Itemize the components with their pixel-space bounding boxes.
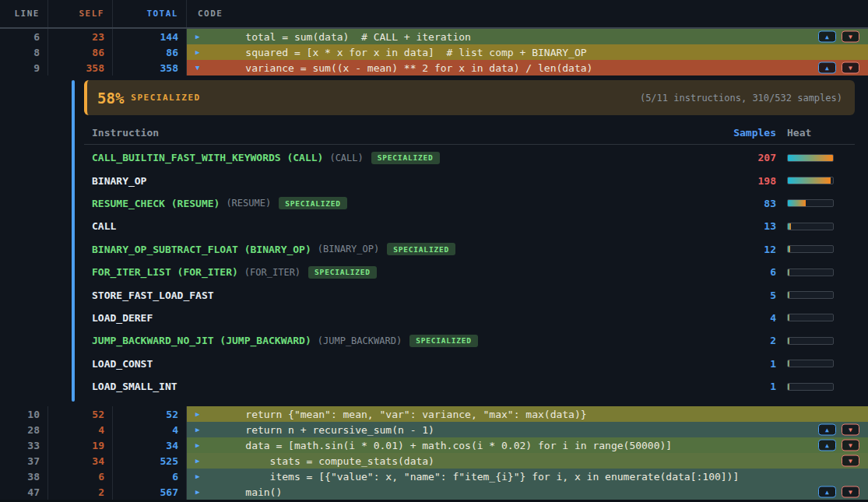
move-up-button[interactable]: ▲ (818, 440, 836, 451)
expand-arrow-icon[interactable]: ▶ (195, 473, 199, 480)
code-text: return n + recursive_sum(n - 1) (221, 424, 434, 436)
expand-arrow-icon[interactable]: ▶ (195, 411, 199, 418)
self-samples: 358 (48, 60, 113, 75)
collapse-arrow-icon[interactable]: ▼ (195, 65, 199, 72)
samples-count: 2 (729, 335, 776, 346)
instruction-rows: CALL_BUILTIN_FAST_WITH_KEYWORDS (CALL)(C… (84, 146, 855, 398)
heat-bar-track (787, 245, 834, 253)
instruction-name: LOAD_CONST (92, 358, 153, 370)
column-header-total: TOTAL (113, 0, 187, 27)
column-header-line: LINE (0, 0, 48, 27)
move-down-button[interactable]: ▼ (842, 455, 859, 467)
instruction-base-name: (BINARY_OP) (318, 244, 379, 255)
line-number: 6 (0, 29, 48, 44)
self-samples: 52 (48, 406, 113, 422)
expand-arrow-icon[interactable]: ▶ (195, 442, 199, 449)
expand-arrow-icon[interactable]: ▶ (195, 33, 199, 40)
expand-arrow-icon[interactable]: ▶ (195, 458, 199, 465)
specialized-badge: SPECIALIZED (409, 335, 478, 347)
instruction-name-cell: BINARY_OP_SUBTRACT_FLOAT (BINARY_OP)(BIN… (84, 243, 729, 255)
total-samples: 567 (113, 484, 187, 500)
expand-arrow-icon[interactable]: ▶ (195, 427, 199, 434)
heat-bar-fill (788, 246, 790, 252)
move-down-button[interactable]: ▼ (842, 424, 859, 436)
move-down-button[interactable]: ▼ (842, 62, 859, 74)
code-text: squared = [x * x for x in data] # list c… (221, 47, 587, 58)
instruction-base-name: (JUMP_BACKWARD) (318, 335, 402, 346)
self-samples: 23 (48, 29, 113, 44)
samples-count: 6 (729, 266, 776, 278)
instruction-row: CALL_BUILTIN_FAST_WITH_KEYWORDS (CALL)(C… (84, 146, 855, 169)
column-header-code: CODE (187, 0, 868, 27)
expand-arrow-icon[interactable]: ▶ (195, 489, 199, 496)
expand-arrow-icon[interactable]: ▶ (195, 49, 199, 56)
heat-bar-fill (788, 269, 789, 276)
code-text: return {"mean": mean, "var": variance, "… (221, 409, 587, 420)
self-samples: 19 (48, 437, 113, 453)
row-buttons: ▲▼ (818, 31, 859, 43)
total-samples: 6 (113, 469, 187, 484)
instruction-name-cell: JUMP_BACKWARD_NO_JIT (JUMP_BACKWARD)(JUM… (84, 335, 729, 347)
instruction-name-cell: LOAD_DEREF (84, 312, 729, 324)
code-rows-top: 623144▶ total = sum(data) # CALL + itera… (0, 29, 868, 75)
code-cell[interactable]: ▶ return n + recursive_sum(n - 1)▲▼ (187, 422, 868, 437)
move-down-button[interactable]: ▼ (842, 31, 859, 43)
instruction-name: CALL (92, 220, 116, 232)
code-line-row: 3734525▶ stats = compute_stats(data)▼ (0, 453, 868, 469)
instruction-row: JUMP_BACKWARD_NO_JIT (JUMP_BACKWARD)(JUM… (84, 329, 855, 352)
move-up-button[interactable]: ▲ (818, 424, 836, 436)
instruction-name: BINARY_OP (92, 175, 146, 187)
code-cell[interactable]: ▶ items = [{"value": x, "name": f"item_{… (187, 469, 868, 484)
move-up-button[interactable]: ▲ (818, 31, 836, 43)
self-samples: 4 (48, 422, 113, 437)
table-header: LINE SELF TOTAL CODE (0, 0, 868, 29)
heat-bar-fill (788, 223, 791, 230)
heat-bar-fill (788, 200, 806, 206)
instruction-row: BINARY_OP198 (84, 169, 855, 191)
line-number: 10 (0, 406, 48, 422)
code-cell[interactable]: ▶ stats = compute_stats(data)▼ (187, 453, 868, 469)
move-up-button[interactable]: ▲ (818, 486, 836, 498)
instruction-name: LOAD_SMALL_INT (92, 381, 177, 392)
code-cell[interactable]: ▶ main()▲▼ (187, 484, 868, 500)
code-cell[interactable]: ▼ variance = sum((x - mean) ** 2 for x i… (187, 60, 868, 75)
samples-count: 198 (729, 175, 776, 187)
instruction-row: RESUME_CHECK (RESUME)(RESUME)SPECIALIZED… (84, 192, 855, 215)
instruction-row: CALL13 (84, 215, 855, 237)
code-cell[interactable]: ▶ data = [math.sin(i * 0.01) + math.cos(… (187, 437, 868, 453)
line-number: 28 (0, 422, 48, 437)
column-header-heat: Heat (787, 127, 834, 139)
samples-count: 207 (729, 152, 776, 163)
instruction-name: STORE_FAST_LOAD_FAST (92, 290, 214, 301)
samples-count: 83 (729, 198, 776, 209)
instruction-row: LOAD_DEREF4 (84, 307, 855, 329)
code-text: main() (221, 486, 282, 498)
line-number: 33 (0, 437, 48, 453)
heat-bar-track (787, 383, 834, 391)
specialized-percent: 58% (97, 90, 124, 107)
total-samples: 52 (113, 406, 187, 422)
samples-count: 1 (729, 381, 776, 392)
instruction-name-cell: LOAD_CONST (84, 358, 729, 370)
move-up-button[interactable]: ▲ (818, 62, 836, 74)
move-down-button[interactable]: ▼ (842, 486, 859, 498)
total-samples: 86 (113, 44, 187, 60)
line-number: 8 (0, 44, 48, 60)
code-cell[interactable]: ▶ total = sum(data) # CALL + iteration▲▼ (187, 29, 868, 44)
instruction-base-name: (RESUME) (226, 198, 271, 209)
heat-bar-fill (788, 338, 789, 344)
heat-bar-fill (788, 314, 789, 321)
total-samples: 4 (113, 422, 187, 437)
code-text: total = sum(data) # CALL + iteration (221, 31, 471, 43)
specialization-summary-text: (5/11 instructions, 310/532 samples) (640, 93, 842, 104)
total-samples: 525 (113, 453, 187, 469)
code-cell[interactable]: ▶ return {"mean": mean, "var": variance,… (187, 406, 868, 422)
total-samples: 34 (113, 437, 187, 453)
samples-count: 13 (729, 220, 776, 232)
instruction-name-cell: CALL_BUILTIN_FAST_WITH_KEYWORDS (CALL)(C… (84, 152, 729, 164)
code-rows-bottom: 105252▶ return {"mean": mean, "var": var… (0, 406, 868, 500)
code-cell[interactable]: ▶ squared = [x * x for x in data] # list… (187, 44, 868, 60)
profiler-window: LINE SELF TOTAL CODE 623144▶ total = sum… (0, 0, 868, 502)
column-header-samples[interactable]: Samples (729, 127, 776, 139)
move-down-button[interactable]: ▼ (842, 440, 859, 451)
